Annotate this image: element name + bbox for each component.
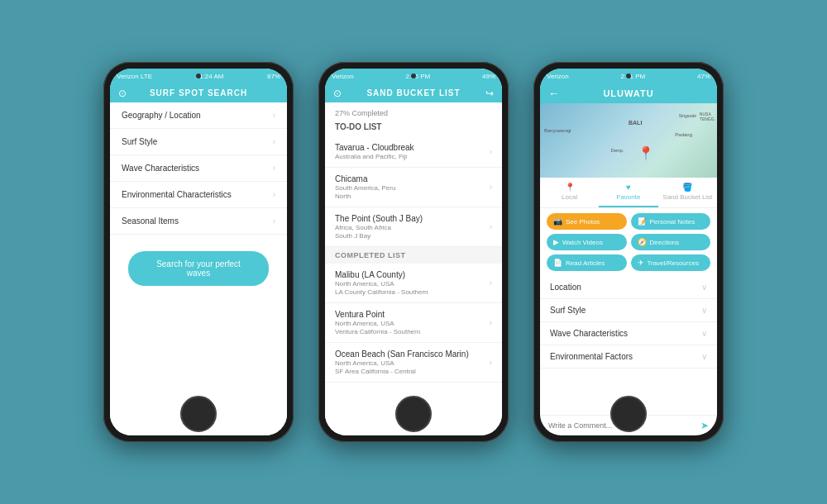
watch-videos-button[interactable]: ▶ Watch Videos (547, 234, 627, 250)
directions-button[interactable]: 🧭 Directions (631, 234, 711, 250)
read-articles-button[interactable]: 📄 Read Articles (547, 254, 627, 271)
tab-sand-bucket[interactable]: 🪣 Sand Bucket List (658, 178, 717, 207)
map-label-banyuwengi: Banyuwengi (544, 128, 571, 133)
search-menu: Geography / Location › Surf Style › Wave… (110, 102, 287, 435)
map-label-nusa: NUSATENGG. (700, 112, 715, 121)
tab-row: 📍 Local ♥ Favorite 🪣 Sand Bucket List (540, 178, 717, 208)
heart-icon: ♥ (626, 183, 631, 192)
compass-btn-icon: 🧭 (638, 238, 647, 246)
phone-1: Verizon LTE 11:24 AM 87% ⊙ SURF SPOT SEA… (103, 62, 294, 442)
chevron-icon: ∨ (701, 329, 707, 338)
menu-item-geography[interactable]: Geography / Location › (110, 102, 287, 129)
time-3: 2:31 PM (620, 73, 645, 80)
map-label-singarale: Singarale (679, 113, 696, 118)
carrier-2: Verizon (332, 73, 354, 80)
list-item[interactable]: Ventura Point North America, USA Ventura… (325, 303, 502, 343)
carrier-3: Verizon (547, 73, 569, 80)
detail-item-surf-style[interactable]: Surf Style ∨ (540, 299, 717, 322)
list-item[interactable]: Ocean Beach (San Francisco Marin) North … (325, 343, 502, 383)
app-header-1: ⊙ SURF SPOT SEARCH (110, 83, 287, 102)
chevron-icon: › (490, 222, 492, 231)
app-header-2: ⊙ SAND BUCKET LIST ↪ (325, 83, 502, 102)
list-item[interactable]: Chicama South America, Peru North › (325, 168, 502, 207)
tab-local[interactable]: 📍 Local (540, 178, 599, 207)
play-icon: ▶ (553, 238, 559, 246)
header-title-2: SAND BUCKET LIST (366, 88, 460, 97)
chevron-icon: › (490, 278, 492, 288)
chevron-icon: ∨ (701, 283, 707, 292)
chevron-icon: › (490, 183, 492, 192)
comment-input[interactable] (548, 421, 700, 430)
status-bar-2: Verizon 2:26 PM 49% (325, 69, 502, 83)
share-icon[interactable]: ↪ (485, 88, 494, 99)
detail-item-location[interactable]: Location ∨ (540, 276, 717, 299)
chevron-icon: › (273, 111, 275, 120)
send-icon[interactable]: ➤ (700, 420, 709, 431)
menu-item-environmental[interactable]: Environmental Characteristics › (110, 182, 287, 208)
phone-3: Verizon 2:31 PM 47% ← Uluwatu Singarale … (533, 62, 724, 442)
chevron-icon: ∨ (701, 306, 707, 315)
status-bar-3: Verizon 2:31 PM 47% (540, 69, 717, 83)
local-icon: 📍 (565, 183, 575, 192)
tab-favorite[interactable]: ♥ Favorite (599, 178, 657, 207)
chevron-icon: › (273, 164, 275, 173)
battery-2: 49% (482, 73, 495, 80)
see-photos-button[interactable]: 📷 See Photos (547, 213, 627, 230)
map-label-padang: Padang (675, 132, 692, 137)
list-item[interactable]: The Point (South J Bay) Africa, South Af… (325, 207, 502, 247)
camera-icon: 📷 (553, 217, 562, 226)
phone-2: Verizon 2:26 PM 49% ⊙ SAND BUCKET LIST ↪… (318, 62, 509, 442)
status-bar-1: Verizon LTE 11:24 AM 87% (110, 69, 287, 83)
list-item[interactable]: Tavarua - Cloudbreak Australia and Pacif… (325, 136, 502, 168)
battery-3: 47% (697, 73, 710, 80)
chevron-icon: › (490, 318, 492, 327)
time-2: 2:26 PM (405, 73, 430, 80)
chevron-icon: › (490, 147, 492, 156)
action-grid: 📷 See Photos 📝 Personal Notes ▶ Watch Vi… (540, 208, 717, 276)
detail-app-header: ← Uluwatu (540, 83, 717, 103)
carrier-1: Verizon LTE (117, 73, 152, 80)
map-label-bali: BALI (629, 120, 642, 126)
detail-item-environmental[interactable]: Environmental Factors ∨ (540, 345, 717, 368)
battery-1: 87% (267, 73, 280, 80)
compass-icon-1: ⊙ (118, 88, 127, 99)
notes-icon: 📝 (638, 217, 647, 226)
search-waves-button[interactable]: Search for your perfect waves (128, 251, 269, 286)
list-item[interactable]: Malibu (LA County) North America, USA LA… (325, 264, 502, 303)
todo-label: TO-DO LIST (325, 121, 502, 136)
chevron-icon: › (273, 137, 275, 146)
progress-text: 27% Completed (325, 102, 502, 121)
map-area: Singarale Banyuwengi BALI Denp. Padang N… (540, 103, 717, 178)
personal-notes-button[interactable]: 📝 Personal Notes (631, 213, 711, 230)
header-title-1: SURF SPOT SEARCH (150, 88, 247, 97)
time-1: 11:24 AM (196, 73, 224, 80)
compass-icon-2: ⊙ (333, 88, 342, 99)
bucket-icon: 🪣 (682, 183, 692, 192)
bucket-list-content: 27% Completed TO-DO LIST Tavarua - Cloud… (325, 102, 502, 435)
article-icon: 📄 (553, 259, 562, 267)
search-button-wrap: Search for your perfect waves (110, 235, 287, 302)
detail-title: Uluwatu (548, 88, 709, 98)
map-label-denp: Denp. (611, 148, 624, 153)
chevron-icon: › (273, 190, 275, 199)
menu-item-surf-style[interactable]: Surf Style › (110, 129, 287, 155)
menu-item-wave[interactable]: Wave Characteristics › (110, 155, 287, 182)
chevron-icon: ∨ (701, 352, 707, 361)
back-arrow-icon[interactable]: ← (548, 87, 560, 100)
travel-resources-button[interactable]: ✈ Travel/Resources (631, 254, 711, 271)
chevron-icon: › (273, 216, 275, 226)
menu-item-seasonal[interactable]: Seasonal Items › (110, 208, 287, 235)
detail-item-wave[interactable]: Wave Characteristics ∨ (540, 322, 717, 345)
plane-icon: ✈ (638, 259, 644, 267)
comment-bar: ➤ (540, 415, 717, 435)
map-pin: 📍 (638, 145, 654, 161)
detail-list: Location ∨ Surf Style ∨ Wave Characteris… (540, 276, 717, 415)
completed-section-header: COMPLETED LIST (325, 247, 502, 264)
chevron-icon: › (490, 358, 492, 367)
